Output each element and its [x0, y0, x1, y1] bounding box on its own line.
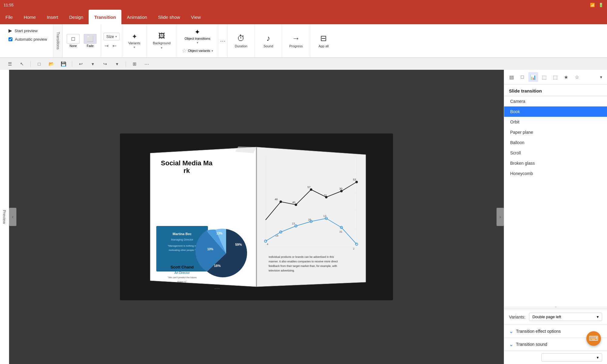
transition-none-label: None: [70, 44, 77, 48]
duration-btn[interactable]: ⏱ Duration: [232, 32, 251, 50]
svg-text:motivating other people.": motivating other people.": [169, 249, 195, 251]
svg-text:18%: 18%: [214, 264, 221, 268]
duration-icon: ⏱: [237, 34, 245, 43]
slide-content: Social Media Ma rk Martina Bec Managing …: [120, 133, 393, 300]
svg-point-27: [310, 188, 312, 191]
wifi-icon: 📶: [590, 3, 595, 7]
menu-slideshow[interactable]: Slide show: [153, 10, 186, 24]
start-preview-label: Start preview: [15, 29, 38, 33]
svg-text:2: 2: [353, 247, 354, 250]
ribbon: ▶ Start preview Automatic preview Transi…: [0, 24, 607, 58]
menu-bar: File Home Insert Design Transition Anima…: [0, 10, 607, 24]
background-btn[interactable]: 🖼 Background ▾: [150, 30, 174, 51]
auto-preview-btn[interactable]: Automatic preview: [6, 36, 49, 43]
panel-icon-layout[interactable]: ⬚: [539, 72, 549, 82]
auto-preview-checkbox[interactable]: [8, 37, 12, 41]
object-variants-icon: ☆: [182, 47, 187, 54]
toolbar-separator-3: [126, 61, 126, 67]
transition-item-broken-glass[interactable]: Broken glass: [504, 158, 607, 168]
transition-item-scroll[interactable]: Scroll: [504, 148, 607, 158]
slide-canvas-area: ‹ Social Media Ma rk Martina Bec: [9, 70, 504, 364]
progress-btn[interactable]: → Progress: [286, 32, 306, 50]
duration-label: Duration: [235, 44, 248, 48]
sound-dropdown-row: ▾: [504, 351, 607, 364]
variants-dropdown[interactable]: Double page left ▾: [529, 313, 602, 321]
hamburger-btn[interactable]: ☰: [5, 60, 15, 68]
redo-btn[interactable]: ↪: [100, 60, 110, 68]
transitions-sidebar-label: Transitions: [53, 24, 63, 57]
effect-options-label: Transition effect options: [516, 329, 561, 334]
panel-icon-list[interactable]: ▤: [507, 72, 516, 82]
background-label: Background: [153, 41, 171, 45]
start-preview-btn[interactable]: ▶ Start preview: [6, 27, 49, 35]
app-all-btn[interactable]: ⊟ App all: [314, 32, 333, 50]
svg-point-29: [340, 190, 343, 192]
panel-icon-star-outline[interactable]: ☆: [572, 72, 582, 82]
app-all-label: App all: [318, 44, 329, 48]
transition-fade-label: Fade: [87, 44, 94, 48]
transition-fade[interactable]: ⬜ Fade: [82, 33, 98, 49]
panel-icon-slide[interactable]: □: [517, 72, 527, 82]
cursor-btn[interactable]: ↖: [17, 60, 27, 68]
main-area: Preview ‹ Social Media Ma rk: [0, 70, 607, 364]
svg-text:4: 4: [267, 243, 268, 246]
grid-btn[interactable]: ⊞: [130, 60, 139, 68]
transition-item-honeycomb[interactable]: Honeycomb: [504, 168, 607, 179]
size-dropdown-arrow: ▾: [115, 35, 117, 38]
sound-dropdown[interactable]: ▾: [541, 353, 602, 362]
sound-dropdown-arrow: ▾: [597, 355, 599, 360]
transition-item-orbit[interactable]: Orbit: [504, 117, 607, 127]
transition-none[interactable]: □ None: [65, 33, 81, 49]
menu-transition[interactable]: Transition: [89, 10, 121, 24]
undo-icon: ↩: [79, 61, 83, 67]
menu-file[interactable]: File: [0, 10, 18, 24]
panel-icons-bar: ▤ □ 📊 ⬚ ⬚ ★ ☆ ▾: [504, 70, 607, 85]
transition-item-paper-plane[interactable]: Paper plane: [504, 127, 607, 137]
open-btn[interactable]: 📂: [46, 60, 56, 68]
object-transitions-btn[interactable]: ✦ Object transitions ▾: [180, 27, 215, 46]
svg-text:rk: rk: [184, 167, 190, 174]
size-label: Size: [106, 34, 114, 39]
variants-arrow: ▾: [134, 46, 135, 49]
transition-item-balloon[interactable]: Balloon: [504, 137, 607, 148]
more-toolbar-btn[interactable]: ⋯: [142, 60, 151, 68]
redo-dropdown-btn[interactable]: ▾: [112, 60, 122, 68]
sound-btn[interactable]: ♪ Sound: [259, 32, 277, 50]
transition-item-camera[interactable]: Camera: [504, 96, 607, 106]
menu-home[interactable]: Home: [18, 10, 41, 24]
panel-icon-star-filled[interactable]: ★: [561, 72, 571, 82]
app-all-section: ⊟ App all: [310, 24, 337, 57]
transition-item-book[interactable]: Book: [504, 106, 607, 117]
variants-icon: ✦: [132, 33, 137, 41]
variants-ribbon-btn[interactable]: ✦ Variants ▾: [125, 32, 144, 50]
keyboard-icon: ⌨: [589, 335, 599, 342]
svg-text:13: 13: [323, 214, 326, 217]
more-options-btn[interactable]: ⋯: [218, 24, 228, 57]
panel-icon-template[interactable]: ⬚: [550, 72, 560, 82]
menu-view[interactable]: View: [185, 10, 206, 24]
svg-text:46: 46: [275, 198, 278, 201]
keyboard-fab[interactable]: ⌨: [586, 331, 601, 346]
svg-text:53: 53: [353, 178, 356, 181]
menu-animation[interactable]: Animation: [121, 10, 153, 24]
panel-dropdown-btn[interactable]: ▾: [597, 73, 605, 81]
grid-icon: ⊞: [133, 61, 137, 67]
svg-text:Managing Director: Managing Director: [171, 238, 193, 241]
undo-dropdown-btn[interactable]: ▾: [88, 60, 98, 68]
svg-text:television advertising.: television advertising.: [269, 269, 295, 272]
menu-insert[interactable]: Insert: [41, 10, 64, 24]
new-slide-btn[interactable]: □: [34, 60, 44, 68]
battery-icon: 🔋: [599, 3, 603, 7]
slide-next-btn[interactable]: ›: [497, 208, 504, 226]
menu-design[interactable]: Design: [64, 10, 89, 24]
save-btn[interactable]: 💾: [59, 60, 68, 68]
more-dots-icon: ⋯: [220, 38, 226, 44]
panel-icon-chart[interactable]: 📊: [528, 72, 538, 82]
size-button[interactable]: Size ▾: [103, 33, 119, 40]
undo-btn[interactable]: ↩: [76, 60, 86, 68]
slide-prev-btn[interactable]: ‹: [9, 208, 16, 226]
svg-text:23: 23: [292, 222, 295, 225]
object-variants-btn[interactable]: ☆ Object variants ▾: [180, 47, 215, 55]
svg-text:Social Media Ma: Social Media Ma: [161, 159, 213, 167]
variants-label: Variants: [128, 41, 141, 45]
